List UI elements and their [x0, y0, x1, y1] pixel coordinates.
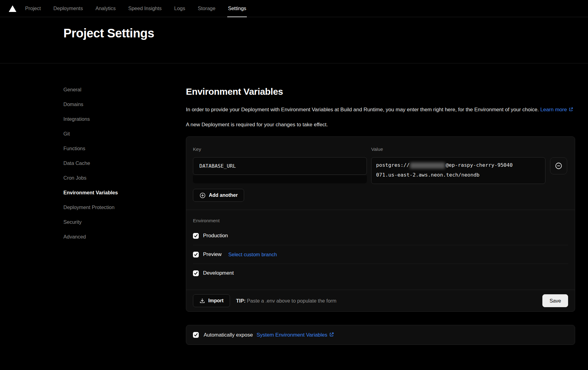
circle-minus-icon	[554, 161, 563, 170]
save-button[interactable]: Save	[542, 294, 568, 307]
description-text: In order to provide your Deployment with…	[186, 107, 539, 113]
main-panel: Environment Variables In order to provid…	[186, 86, 575, 345]
value-host-part-2: 071.us-east-2.aws.neon.tech/neondb	[376, 172, 480, 178]
tip-text: TIP:Paste a .env above to populate the f…	[236, 298, 337, 304]
key-value-row: Key DATABASE_URL Value postgres://@ep-ra…	[193, 147, 567, 184]
learn-more-link[interactable]: Learn more	[540, 107, 573, 113]
system-env-link-label: System Environment Variables	[257, 332, 327, 338]
check-icon	[194, 234, 198, 238]
external-link-icon	[329, 332, 334, 337]
value-line-2: 071.us-east-2.aws.neon.tech/neondb	[376, 170, 541, 180]
env-var-form-card: Key DATABASE_URL Value postgres://@ep-ra…	[186, 136, 575, 312]
sidebar-item-environment-variables[interactable]: Environment Variables	[63, 189, 118, 196]
redacted-credentials	[410, 162, 445, 169]
nav-tab-speed-insights[interactable]: Speed Insights	[128, 0, 162, 17]
nav-tab-settings[interactable]: Settings	[228, 0, 246, 17]
environment-row-development: Development	[193, 264, 568, 282]
system-env-card: Automatically expose System Environment …	[186, 325, 575, 345]
sidebar-item-general[interactable]: General	[63, 86, 81, 93]
key-input-extension	[193, 175, 367, 183]
sidebar-item-data-cache[interactable]: Data Cache	[63, 160, 90, 166]
import-button[interactable]: Import	[193, 294, 230, 307]
card-divider	[186, 210, 575, 210]
add-another-button[interactable]: Add another	[193, 189, 244, 202]
content: General Domains Integrations Git Functio…	[0, 63, 588, 345]
settings-sidebar: General Domains Integrations Git Functio…	[63, 86, 186, 345]
value-label: Value	[371, 147, 545, 153]
sidebar-item-advanced[interactable]: Advanced	[63, 234, 86, 240]
key-input[interactable]: DATABASE_URL	[193, 157, 367, 175]
card-footer: Import TIP:Paste a .env above to populat…	[186, 290, 575, 311]
download-icon	[199, 298, 205, 304]
tip-body: Paste a .env above to populate the form	[247, 298, 337, 303]
external-link-icon	[568, 107, 573, 112]
preview-checkbox[interactable]	[193, 252, 199, 257]
page-title: Project Settings	[63, 26, 588, 40]
nav-tab-logs[interactable]: Logs	[174, 0, 185, 17]
key-label: Key	[193, 147, 367, 153]
environment-section: Environment Production Preview Select cu…	[186, 218, 575, 282]
environment-row-preview: Preview Select custom branch	[193, 245, 568, 264]
tip-prefix: TIP:	[236, 298, 246, 303]
value-host-part-1: @ep-raspy-cherry-95040	[446, 162, 513, 168]
environment-label: Environment	[193, 218, 568, 224]
preview-label: Preview	[203, 251, 221, 257]
select-custom-branch-link[interactable]: Select custom branch	[228, 252, 277, 257]
page-header: Project Settings	[0, 17, 588, 63]
production-checkbox[interactable]	[193, 233, 199, 239]
sidebar-item-git[interactable]: Git	[63, 131, 70, 137]
expose-checkbox[interactable]	[193, 332, 199, 338]
nav-tab-project[interactable]: Project	[25, 0, 41, 17]
development-checkbox[interactable]	[193, 270, 199, 276]
production-label: Production	[203, 233, 228, 239]
section-title: Environment Variables	[186, 86, 575, 97]
system-env-variables-link[interactable]: System Environment Variables	[257, 332, 334, 338]
check-icon	[194, 253, 198, 257]
learn-more-label: Learn more	[540, 107, 567, 113]
sidebar-item-domains[interactable]: Domains	[63, 101, 83, 107]
sidebar-item-deployment-protection[interactable]: Deployment Protection	[63, 204, 115, 210]
nav-tab-deployments[interactable]: Deployments	[53, 0, 83, 17]
sidebar-item-security[interactable]: Security	[63, 219, 82, 225]
nav-tab-analytics[interactable]: Analytics	[96, 0, 116, 17]
key-value: DATABASE_URL	[199, 163, 236, 169]
section-description: In order to provide your Deployment with…	[186, 105, 575, 114]
vercel-logo-icon[interactable]	[9, 5, 17, 12]
circle-plus-icon	[199, 192, 206, 199]
sidebar-item-functions[interactable]: Functions	[63, 145, 85, 151]
sidebar-item-cron-jobs[interactable]: Cron Jobs	[63, 175, 86, 181]
value-prefix: postgres://	[376, 162, 409, 168]
value-line-1: postgres://@ep-raspy-cherry-95040	[376, 160, 541, 170]
value-input[interactable]: postgres://@ep-raspy-cherry-95040 071.us…	[371, 157, 545, 184]
import-label: Import	[208, 298, 224, 303]
sidebar-item-integrations[interactable]: Integrations	[63, 116, 90, 122]
remove-row-button[interactable]	[550, 157, 567, 174]
check-icon	[194, 271, 198, 275]
nav-tab-storage[interactable]: Storage	[198, 0, 216, 17]
deployment-note: A new Deployment is required for your ch…	[186, 122, 575, 128]
check-icon	[194, 333, 198, 337]
nav-tabs: Project Deployments Analytics Speed Insi…	[25, 0, 246, 17]
environment-row-production: Production	[193, 227, 568, 245]
top-nav: Project Deployments Analytics Speed Insi…	[0, 0, 588, 17]
expose-label: Automatically expose	[204, 332, 253, 338]
add-another-label: Add another	[209, 193, 238, 198]
development-label: Development	[203, 270, 234, 276]
